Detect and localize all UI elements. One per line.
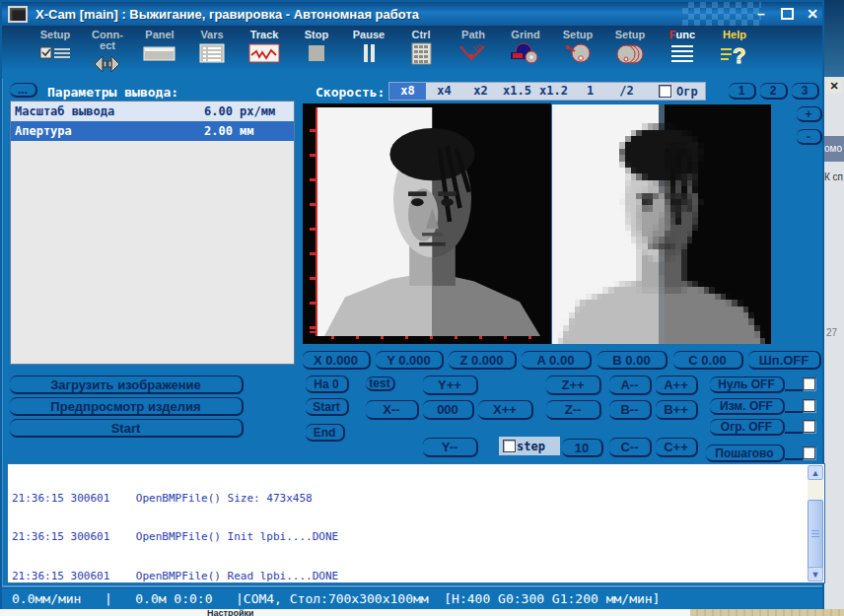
preset-button-1[interactable]: 1 — [729, 83, 756, 100]
jog-z-minus-button[interactable]: Z-- — [546, 400, 601, 420]
goto-zero-button[interactable]: На 0 — [306, 376, 349, 393]
measure-toggle-checkbox[interactable] — [803, 399, 815, 412]
zoom-plus-button[interactable]: + — [797, 106, 822, 122]
toolbar-grind-button[interactable]: Grind — [506, 30, 545, 66]
toolbar-path-button[interactable]: Path — [454, 30, 493, 66]
speed-label: Скорость: — [316, 85, 385, 100]
output-params-list[interactable]: Масштаб вывода 6.00 px/мм Апертура 2.00 … — [10, 101, 295, 365]
speed-option-half[interactable]: /2 — [608, 83, 645, 100]
toolbar-func-button[interactable]: Func — [663, 30, 702, 66]
preset-button-2[interactable]: 2 — [760, 83, 788, 100]
jog-zero-button[interactable]: 000 — [423, 400, 474, 420]
jog-b-plus-button[interactable]: B++ — [656, 400, 698, 420]
preview-product-button[interactable]: Предпросмотр изделия — [10, 397, 244, 416]
jog-c-minus-button[interactable]: C-- — [609, 438, 652, 457]
jog-a-plus-button[interactable]: A++ — [656, 376, 698, 395]
toolbar-vars-button[interactable]: Vars — [192, 30, 232, 64]
close-button[interactable]: ✕ — [805, 6, 820, 22]
load-image-button[interactable]: Загрузить изображение — [10, 376, 244, 394]
pixelated-preview-image — [552, 104, 771, 344]
log-lines: 21:36:15 300601 OpenBMPFile() Size: 473x… — [12, 465, 805, 583]
axis-readout-y[interactable]: Y 0.000 — [376, 351, 444, 370]
func-label-f: F — [669, 29, 676, 40]
limit-toggle-checkbox[interactable] — [803, 420, 815, 433]
log-scrollbar[interactable]: ▲ ▼ — [808, 465, 823, 582]
test-button[interactable]: test — [366, 376, 395, 391]
jog-b-minus-button[interactable]: B-- — [609, 400, 652, 420]
axis-readout-a[interactable]: A 0.00 — [522, 351, 592, 370]
speed-option-x1.2[interactable]: x1.2 — [535, 83, 572, 100]
background-text-fragment: Настройки — [207, 608, 253, 616]
axis-readout-z[interactable]: Z 0.000 — [449, 351, 517, 370]
jog-start-button[interactable]: Start — [306, 398, 349, 416]
axis-readout-b[interactable]: B 0.00 — [598, 351, 668, 370]
toolbar-stop-button[interactable]: Stop — [297, 30, 336, 64]
speed-option-x4[interactable]: x4 — [426, 83, 462, 100]
null-toggle-checkbox[interactable] — [803, 377, 815, 390]
params-more-button[interactable]: ... — [10, 83, 37, 98]
axis-readout-x[interactable]: X 0.000 — [303, 351, 371, 370]
background-close-icon[interactable]: ✕ — [826, 79, 842, 94]
func-label-unc: unc — [676, 29, 696, 40]
gauge-icon — [563, 42, 593, 66]
xcam-window: X-Cam [main] : Выжигание, гравировка - А… — [0, 0, 824, 609]
jog-a-minus-button[interactable]: A-- — [609, 376, 652, 395]
jog-y-plus-button[interactable]: Y++ — [423, 376, 478, 395]
track-waveform-icon — [248, 42, 280, 64]
jog-x-minus-button[interactable]: X-- — [366, 400, 419, 420]
preset-button-3[interactable]: 3 — [792, 83, 819, 100]
null-toggle-button[interactable]: Нуль OFF — [710, 376, 785, 393]
jog-x-plus-button[interactable]: X++ — [478, 400, 533, 420]
step-checkbox[interactable] — [503, 440, 516, 452]
toolbar-setup2-button[interactable]: Setup — [558, 30, 598, 66]
scrollbar-grip — [811, 530, 819, 539]
background-text-fragment: 27 — [826, 327, 844, 338]
scrollbar-thumb[interactable] — [808, 500, 823, 571]
measure-toggle-button[interactable]: Изм. OFF — [710, 398, 785, 415]
toolbar-pause-button[interactable]: Pause — [349, 30, 388, 64]
vars-icon — [197, 42, 227, 64]
toolbar-setup3-button[interactable]: Setup — [610, 30, 650, 66]
axis-readout-c[interactable]: C 0.00 — [673, 351, 743, 370]
speed-option-x1.5[interactable]: x1.5 — [499, 83, 535, 100]
speed-option-x8[interactable]: x8 — [389, 83, 426, 100]
toolbar: Setup Conn- ect Panel Vars Track Stop Pa… — [2, 26, 822, 79]
speed-option-1[interactable]: 1 — [572, 83, 608, 100]
toolbar-help-button[interactable]: Help ? — [715, 30, 754, 68]
stepwise-toggle-button[interactable]: Пошагово — [706, 445, 785, 462]
speed-option-x2[interactable]: x2 — [462, 83, 499, 100]
source-portrait-image — [317, 107, 547, 336]
jog-z-plus-button[interactable]: Z++ — [546, 376, 601, 395]
status-bar: 0.0мм/мин | 0.0м 0:0:0 |COM4, Стол:700x3… — [2, 585, 822, 609]
toolbar-ctrl-button[interactable]: Ctrl — [401, 30, 441, 66]
setup-check-icon — [39, 42, 71, 66]
jog-c-plus-button[interactable]: C++ — [656, 438, 698, 457]
scroll-up-icon[interactable]: ▲ — [808, 465, 823, 480]
limit-checkbox-label: Огр — [676, 85, 698, 99]
toolbar-connect-button[interactable]: Conn- ect — [88, 30, 127, 75]
minimize-button[interactable]: – — [753, 6, 769, 22]
param-row-aperture[interactable]: Апертура 2.00 мм — [11, 121, 294, 141]
limit-toggle-button[interactable]: Огр. OFF — [710, 419, 785, 436]
zoom-minus-button[interactable]: - — [797, 129, 822, 145]
help-icon: ? — [720, 42, 749, 68]
jog-end-button[interactable]: End — [306, 424, 345, 442]
log-line: 21:36:15 300601 OpenBMPFile() Size: 473x… — [12, 492, 805, 505]
scroll-down-icon[interactable]: ▼ — [808, 567, 823, 582]
ruler-vertical — [310, 107, 317, 336]
status-text: 0.0мм/мин | 0.0м 0:0:0 |COM4, Стол:700x3… — [12, 591, 660, 606]
toolbar-panel-button[interactable]: Panel — [140, 30, 179, 64]
jog-y-minus-button[interactable]: Y-- — [423, 438, 478, 457]
param-row-scale[interactable]: Масштаб вывода 6.00 px/мм — [11, 102, 294, 121]
toolbar-track-button[interactable]: Track — [245, 30, 284, 64]
spindle-toggle-button[interactable]: Шп.OFF — [748, 351, 821, 370]
log-panel[interactable]: 21:36:15 300601 OpenBMPFile() Size: 473x… — [7, 463, 825, 583]
start-button[interactable]: Start — [10, 419, 244, 438]
svg-text:?: ? — [733, 43, 745, 68]
step-value-button[interactable]: 10 — [562, 439, 603, 457]
pause-bars-icon — [357, 42, 381, 64]
limit-checkbox[interactable] — [659, 85, 671, 98]
maximize-button[interactable] — [779, 8, 795, 20]
stepwise-toggle-checkbox[interactable] — [803, 446, 815, 459]
toolbar-setup-button[interactable]: Setup — [35, 30, 75, 66]
